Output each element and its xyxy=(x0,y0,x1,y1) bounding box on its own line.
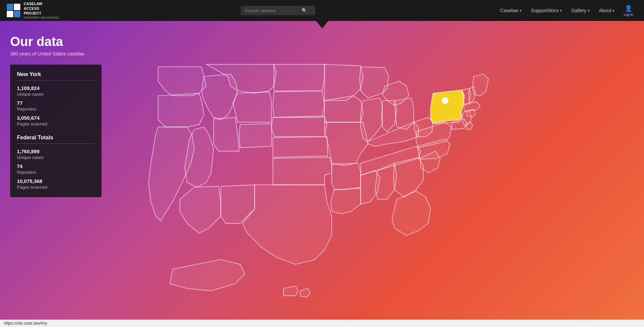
user-icon: 👤 xyxy=(625,5,632,12)
state-hi[interactable] xyxy=(284,286,298,296)
logo-cell-1 xyxy=(7,4,13,10)
state-hi2[interactable] xyxy=(301,288,310,297)
logo-cell-4 xyxy=(14,11,20,17)
logo-text: CASELAW ACCESS PROJECT HARVARD LAW SCHOO… xyxy=(24,1,59,20)
nav-right: Caselaw ▾ Support/docs ▾ Gallery ▾ About… xyxy=(496,2,637,19)
hero-content: Our data 360 years of United States case… xyxy=(0,21,644,211)
search-input[interactable] xyxy=(245,8,299,13)
ny-pages-scanned-label: Pages scanned xyxy=(17,121,95,126)
federal-title: Federal Totals xyxy=(17,135,95,144)
logo[interactable]: CASELAW ACCESS PROJECT HARVARD LAW SCHOO… xyxy=(7,1,59,20)
fed-pages-scanned-label: Pages scanned xyxy=(17,185,95,190)
nav-caselaw[interactable]: Caselaw ▾ xyxy=(496,5,526,16)
logo-grid xyxy=(7,4,20,17)
nav-gallery[interactable]: Gallery ▾ xyxy=(567,5,593,16)
federal-section: Federal Totals 1,760,899 Unique cases 74… xyxy=(17,135,95,190)
state-ak[interactable] xyxy=(170,260,245,291)
selected-state-title: New York xyxy=(17,71,95,80)
nav-support[interactable]: Support/docs ▾ xyxy=(527,5,566,16)
status-bar: https://cite.case.law/#ny xyxy=(0,320,644,327)
status-url: https://cite.case.law/#ny xyxy=(4,321,47,326)
fed-reporters-label: Reporters xyxy=(17,170,95,175)
hero-section: .state { fill: rgba(255,255,255,0.05); s… xyxy=(0,21,644,327)
fed-reporters-count: 74 xyxy=(17,163,95,169)
chevron-down-icon: ▾ xyxy=(588,9,590,13)
chevron-down-icon: ▾ xyxy=(520,9,521,13)
navbar: CASELAW ACCESS PROJECT HARVARD LAW SCHOO… xyxy=(0,0,644,21)
fed-unique-cases-label: Unique cases xyxy=(17,155,95,160)
fed-unique-cases-count: 1,760,899 xyxy=(17,148,95,154)
ny-pages-scanned-count: 3,050,674 xyxy=(17,115,95,121)
nav-about[interactable]: About ▾ xyxy=(595,5,619,16)
search-box: 🔍 xyxy=(241,6,315,15)
logo-cell-3 xyxy=(7,11,13,17)
info-panel: New York 1,109,824 Unique cases 77 Repor… xyxy=(10,65,102,197)
login-button[interactable]: 👤 Log In xyxy=(620,2,637,19)
chevron-down-icon: ▾ xyxy=(560,9,562,13)
nav-center: 🔍 xyxy=(59,6,496,15)
ny-reporters-count: 77 xyxy=(17,100,95,106)
fed-pages-scanned-count: 10,075,368 xyxy=(17,178,95,184)
ny-unique-cases-label: Unique cases xyxy=(17,92,95,97)
logo-cell-2 xyxy=(14,4,20,10)
ny-reporters-label: Reporters xyxy=(17,107,95,112)
search-icon[interactable]: 🔍 xyxy=(302,8,307,13)
chevron-down-icon: ▾ xyxy=(613,9,614,13)
hero-subtitle: 360 years of United States caselaw xyxy=(10,51,634,56)
page-title: Our data xyxy=(10,34,634,49)
ny-unique-cases-count: 1,109,824 xyxy=(17,85,95,91)
